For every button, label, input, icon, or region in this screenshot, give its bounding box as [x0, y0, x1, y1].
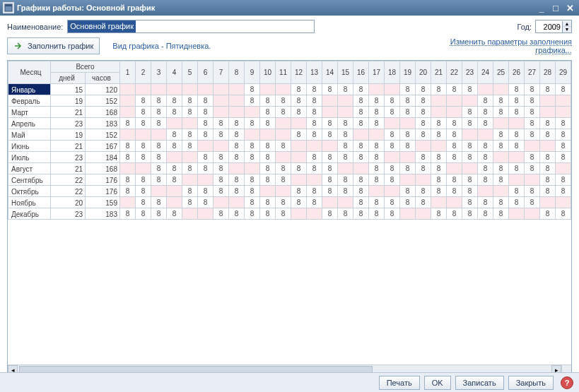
month-cell[interactable]: Март	[8, 107, 51, 118]
day-cell[interactable]: 8	[431, 186, 447, 197]
days-cell[interactable]: 20	[51, 197, 86, 208]
year-down-button[interactable]: ▼	[563, 27, 571, 32]
day-cell[interactable]: 8	[400, 186, 416, 197]
day-cell[interactable]: 8	[540, 163, 556, 174]
day-cell[interactable]	[120, 107, 136, 118]
day-cell[interactable]: 8	[136, 118, 151, 129]
day-cell[interactable]: 8	[167, 208, 182, 220]
day-cell[interactable]: 8	[525, 163, 540, 174]
day-cell[interactable]: 8	[167, 95, 182, 107]
day-cell[interactable]	[229, 197, 245, 208]
header-day[interactable]: 13	[307, 61, 322, 84]
day-cell[interactable]: 8	[416, 152, 431, 163]
day-cell[interactable]: 8	[447, 141, 462, 152]
day-cell[interactable]	[136, 163, 151, 174]
header-day[interactable]: 2	[136, 61, 151, 84]
day-cell[interactable]: 8	[291, 197, 307, 208]
header-month[interactable]: Месяц	[8, 61, 51, 84]
days-cell[interactable]: 23	[51, 118, 86, 129]
day-cell[interactable]: 8	[509, 163, 525, 174]
day-cell[interactable]	[385, 186, 400, 197]
table-row[interactable]: Декабрь23183888888888888888888888	[8, 208, 571, 220]
day-cell[interactable]: 8	[229, 118, 245, 129]
day-cell[interactable]: 8	[385, 174, 400, 186]
month-cell[interactable]: Ноябрь	[8, 197, 51, 208]
day-cell[interactable]: 8	[385, 107, 400, 118]
day-cell[interactable]: 8	[338, 152, 353, 163]
day-cell[interactable]: 8	[245, 174, 260, 186]
day-cell[interactable]	[120, 95, 136, 107]
header-day[interactable]: 1	[120, 61, 136, 84]
header-day[interactable]: 26	[509, 61, 525, 84]
day-cell[interactable]: 8	[245, 84, 260, 95]
day-cell[interactable]	[353, 129, 369, 141]
day-cell[interactable]: 8	[353, 197, 369, 208]
day-cell[interactable]: 8	[182, 95, 198, 107]
day-cell[interactable]: 8	[182, 186, 198, 197]
day-cell[interactable]	[291, 174, 307, 186]
edit-params-link[interactable]: Изменить параметры заполнения графика...	[431, 37, 572, 54]
day-cell[interactable]: 8	[136, 152, 151, 163]
month-cell[interactable]: Декабрь	[8, 208, 51, 220]
day-cell[interactable]: 8	[462, 174, 478, 186]
day-cell[interactable]: 8	[493, 197, 509, 208]
day-cell[interactable]: 8	[151, 141, 167, 152]
day-cell[interactable]	[493, 84, 509, 95]
day-cell[interactable]	[291, 141, 307, 152]
day-cell[interactable]: 8	[431, 118, 447, 129]
days-cell[interactable]: 15	[51, 84, 86, 95]
header-days[interactable]: дней	[51, 73, 86, 84]
day-cell[interactable]	[493, 152, 509, 163]
day-cell[interactable]: 8	[291, 84, 307, 95]
day-cell[interactable]	[182, 152, 198, 163]
day-cell[interactable]: 8	[556, 174, 571, 186]
day-cell[interactable]	[245, 107, 260, 118]
day-cell[interactable]: 8	[369, 174, 385, 186]
day-cell[interactable]: 8	[525, 186, 540, 197]
day-cell[interactable]: 8	[400, 129, 416, 141]
table-row[interactable]: Январь15120888888888888888	[8, 84, 571, 95]
day-cell[interactable]: 8	[322, 152, 338, 163]
day-cell[interactable]: 8	[385, 208, 400, 220]
day-cell[interactable]	[493, 186, 509, 197]
table-row[interactable]: Апрель23183888888888888888888888	[8, 118, 571, 129]
days-cell[interactable]: 22	[51, 174, 86, 186]
day-cell[interactable]: 8	[540, 174, 556, 186]
header-day[interactable]: 15	[338, 61, 353, 84]
day-cell[interactable]: 8	[229, 186, 245, 197]
day-cell[interactable]	[198, 141, 214, 152]
day-cell[interactable]: 8	[525, 118, 540, 129]
day-cell[interactable]	[307, 174, 322, 186]
month-cell[interactable]: Апрель	[8, 118, 51, 129]
days-cell[interactable]: 23	[51, 208, 86, 220]
day-cell[interactable]	[167, 118, 182, 129]
day-cell[interactable]: 8	[151, 152, 167, 163]
day-cell[interactable]	[136, 84, 151, 95]
day-cell[interactable]: 8	[276, 107, 291, 118]
header-day[interactable]: 11	[276, 61, 291, 84]
day-cell[interactable]: 8	[245, 141, 260, 152]
day-cell[interactable]: 8	[556, 186, 571, 197]
day-cell[interactable]	[416, 141, 431, 152]
day-cell[interactable]	[385, 84, 400, 95]
day-cell[interactable]: 8	[245, 197, 260, 208]
day-cell[interactable]	[540, 107, 556, 118]
day-cell[interactable]: 8	[167, 129, 182, 141]
day-cell[interactable]: 8	[369, 95, 385, 107]
day-cell[interactable]: 8	[136, 197, 151, 208]
header-day[interactable]: 17	[369, 61, 385, 84]
day-cell[interactable]: 8	[214, 163, 229, 174]
day-cell[interactable]	[214, 141, 229, 152]
day-cell[interactable]: 8	[416, 129, 431, 141]
day-cell[interactable]: 8	[493, 163, 509, 174]
close-footer-button[interactable]: Закрыть	[508, 376, 554, 390]
hours-cell[interactable]: 152	[86, 95, 120, 107]
day-cell[interactable]	[400, 152, 416, 163]
day-cell[interactable]: 8	[260, 208, 276, 220]
day-cell[interactable]: 8	[369, 118, 385, 129]
table-row[interactable]: Сентябрь22176888888888888888888888	[8, 174, 571, 186]
day-cell[interactable]: 8	[447, 208, 462, 220]
hours-cell[interactable]: 183	[86, 118, 120, 129]
day-cell[interactable]: 8	[509, 197, 525, 208]
day-cell[interactable]: 8	[245, 118, 260, 129]
